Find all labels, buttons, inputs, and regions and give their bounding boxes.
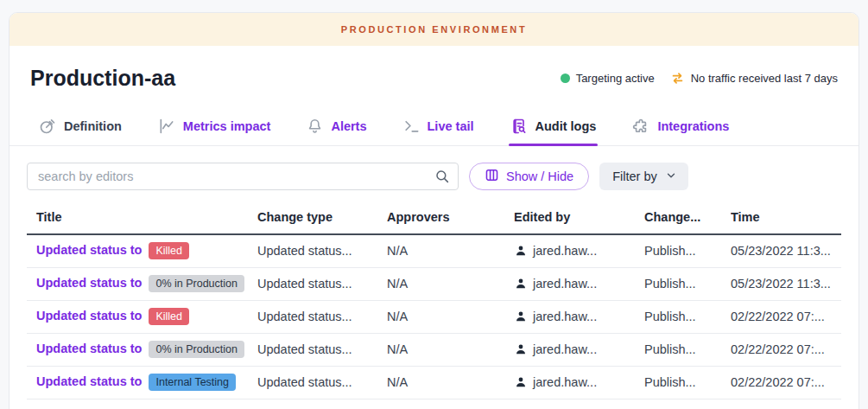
table-row[interactable]: Updated status toKilled Updated status..… [27,234,841,267]
environment-banner-label: PRODUCTION ENVIRONMENT [341,24,527,35]
search-icon [434,169,450,188]
row-title-link[interactable]: Updated status to [36,276,142,290]
status-badge: Killed [149,242,189,259]
tab-live-tail-label: Live tail [428,119,474,133]
cell-edited-by: jared.haw... [533,310,597,323]
search-input[interactable] [27,163,459,190]
status-badge: 0% in Production [149,341,244,358]
cell-time: 02/22/2022 07:... [731,366,841,399]
table-row[interactable]: Updated status toInternal Testing Update… [27,366,841,399]
col-approvers[interactable]: Approvers [387,202,514,234]
tab-alerts-label: Alerts [331,119,366,133]
audit-log-table: Title Change type Approvers Edited by Ch… [27,202,841,399]
tab-integrations[interactable]: Integrations [632,106,729,145]
table-row[interactable]: Updated status to0% in Production Update… [27,267,841,300]
tab-alerts[interactable]: Alerts [307,106,366,145]
traffic-status: No traffic received last 7 days [670,71,838,86]
targeting-status-label: Targeting active [576,72,655,85]
cell-change-type: Updated status... [257,234,387,267]
table-row[interactable]: Updated status toKilled Updated status..… [27,300,841,333]
row-title-link[interactable]: Updated status to [36,342,142,355]
puzzle-icon [632,118,649,135]
traffic-arrows-icon [670,71,685,86]
cell-change: Publish... [644,234,731,267]
filter-by-label: Filter by [612,169,657,183]
cell-time: 02/22/2022 07:... [731,300,841,333]
cell-change: Publish... [644,300,731,333]
cell-edited-by: jared.haw... [533,375,597,389]
cell-approvers: N/A [387,300,514,333]
cell-change: Publish... [644,366,731,399]
person-icon [514,244,528,258]
cell-change: Publish... [644,333,731,366]
cell-approvers: N/A [387,234,514,267]
tab-bar: Definition Metrics impact Alerts [10,106,858,146]
row-title-link[interactable]: Updated status to [36,243,142,257]
cell-edited-by: jared.haw... [533,277,597,291]
row-title-link[interactable]: Updated status to [36,374,142,388]
toolbar: Show / Hide Filter by [10,146,858,202]
show-hide-button[interactable]: Show / Hide [469,163,589,190]
columns-icon [485,168,499,185]
row-title-link[interactable]: Updated status to [36,309,142,323]
show-hide-label: Show / Hide [506,169,573,183]
definition-icon [39,118,56,135]
cell-change: Publish... [644,267,731,300]
col-edited-by[interactable]: Edited by [514,202,644,234]
col-change-type[interactable]: Change type [257,202,387,234]
cell-time: 02/22/2022 07:... [731,333,841,366]
table-row[interactable]: Updated status to0% in Production Update… [27,333,841,366]
cell-change-type: Updated status... [257,366,387,399]
bell-icon [307,118,323,134]
environment-banner: PRODUCTION ENVIRONMENT [10,13,858,46]
traffic-status-label: No traffic received last 7 days [691,72,838,85]
page-header: Production-aa Targeting active No traffi… [10,46,858,106]
tab-integrations-label: Integrations [657,119,729,133]
chevron-down-icon [665,169,677,184]
tab-live-tail[interactable]: Live tail [403,106,474,145]
green-dot-icon [561,73,570,83]
tab-metrics-impact[interactable]: Metrics impact [158,106,271,145]
environment-card: PRODUCTION ENVIRONMENT Production-aa Tar… [9,12,859,409]
tab-audit-logs[interactable]: Audit logs [510,106,597,145]
person-icon [514,310,528,323]
filter-by-button[interactable]: Filter by [599,163,688,190]
cell-edited-by: jared.haw... [533,244,597,258]
cell-time: 05/23/2022 11:3... [731,267,841,300]
status-indicators: Targeting active No traffic received las… [561,71,838,86]
targeting-status: Targeting active [561,72,655,85]
table-header-row: Title Change type Approvers Edited by Ch… [27,202,841,234]
terminal-icon [403,118,420,134]
cell-time: 05/23/2022 11:3... [731,234,841,267]
col-time[interactable]: Time [731,202,841,234]
tab-audit-logs-label: Audit logs [535,119,597,133]
person-icon [514,375,528,389]
page-title: Production-aa [30,66,175,91]
status-badge: Killed [149,308,189,325]
col-title[interactable]: Title [27,202,257,234]
cell-change-type: Updated status... [257,333,387,366]
cell-change-type: Updated status... [257,267,387,300]
chart-line-icon [158,118,175,135]
col-change[interactable]: Change... [644,202,731,234]
person-icon [514,277,528,291]
search-box [27,163,459,190]
tab-definition[interactable]: Definition [39,106,122,145]
tab-definition-label: Definition [64,119,122,133]
cell-edited-by: jared.haw... [533,342,597,356]
status-badge: Internal Testing [149,374,236,391]
cell-approvers: N/A [387,366,514,399]
document-search-icon [510,118,528,135]
tab-metrics-impact-label: Metrics impact [183,119,271,133]
cell-approvers: N/A [387,333,514,366]
cell-approvers: N/A [387,267,514,300]
person-icon [514,342,528,356]
status-badge: 0% in Production [149,275,244,292]
cell-change-type: Updated status... [257,300,387,333]
